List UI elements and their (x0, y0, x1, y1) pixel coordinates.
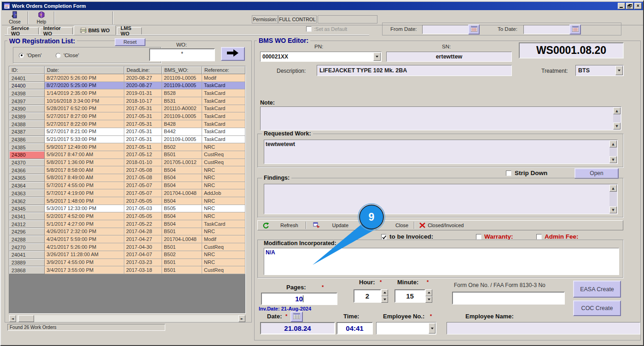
table-row[interactable]: 243625/5/2017 1:48:00 PM2017-05-05B504NR… (9, 197, 245, 205)
strip-down[interactable]: Strip Down (506, 170, 547, 176)
table-row[interactable]: 243865/21/2017 5:33:00 PM2017-05-3120110… (9, 136, 245, 144)
scroll-up-arrow-icon[interactable]: ▲ (613, 107, 621, 114)
table-row[interactable]: 243415/2/2017 4:52:00 PM2017-05-05B504NR… (9, 212, 245, 220)
requested-work-scrollbar[interactable]: ▲ ▼ (609, 141, 617, 163)
radio-open-circle[interactable] (19, 53, 24, 58)
table-row[interactable]: 243705/8/2017 1:36:00 PM2018-01-10201705… (9, 159, 245, 167)
table-hscrollbar[interactable]: ◄ ► (9, 315, 245, 322)
close-form-button[interactable]: Close (4, 11, 26, 25)
table-row[interactable]: 243635/7/2017 4:19:00 PM2017-05-07201704… (9, 189, 245, 197)
minute-spinner[interactable] (425, 289, 432, 303)
admin-fee-checkbox[interactable] (536, 234, 542, 240)
minimize-button[interactable] (618, 3, 625, 9)
hour-input[interactable]: 2 (354, 289, 381, 303)
radio-close[interactable]: 'Close' (56, 53, 79, 58)
column-header[interactable]: ID: (9, 66, 45, 74)
radio-open[interactable]: 'Open' (19, 53, 42, 58)
time-input[interactable]: 04:41 (337, 322, 373, 334)
spin-up-button[interactable] (381, 289, 388, 296)
scroll-right-arrow-icon[interactable]: ► (238, 315, 245, 322)
table-row[interactable]: 242964/26/2017 2:32:00 PM2017-04-28B501N… (9, 228, 245, 236)
table-row[interactable]: 243645/7/2017 4:55:00 PM2017-05-07B504NR… (9, 182, 245, 190)
table-row[interactable]: 242884/24/2017 5:59:00 PM2017-04-2720170… (9, 235, 245, 243)
employee-no-combobox[interactable] (376, 322, 436, 334)
open-button[interactable]: Open (574, 168, 619, 179)
to-be-invoiced[interactable]: to be Invoiced: (381, 233, 433, 240)
scroll-down-arrow-icon[interactable]: ▼ (613, 123, 621, 129)
refresh-button[interactable]: Refresh (280, 223, 298, 228)
spin-down-button[interactable] (425, 296, 432, 303)
findings-scrollbar[interactable]: ▲ ▼ (609, 185, 617, 213)
note-textarea[interactable]: ▲ ▼ (260, 106, 621, 130)
date-calendar-button[interactable] (290, 311, 303, 322)
easa-create-button[interactable]: EASA Create (573, 281, 621, 298)
wo-search-input[interactable]: * (149, 48, 215, 61)
set-as-default-checkbox[interactable] (306, 26, 312, 32)
warranty[interactable]: Warranty: (476, 233, 513, 240)
table-row[interactable]: 238893/9/2017 4:55:00 PM2017-03-23B501NR… (9, 259, 245, 267)
update-button[interactable]: Update (332, 223, 348, 228)
description-field[interactable]: LIFEJACKET TYPE 102 Mk. 2BA (317, 65, 512, 76)
scrollbar-thumb[interactable] (18, 315, 34, 322)
table-row[interactable]: 244018/27/2020 5:26:00 PM2020-08-2720110… (9, 74, 245, 82)
pn-combobox[interactable]: 000021XX (260, 52, 382, 62)
table-row[interactable]: 243655/8/2017 8:49:00 AM2017-05-08B504NR… (9, 174, 245, 182)
chevron-down-icon[interactable] (373, 53, 381, 61)
modification-textarea[interactable]: N/A (264, 248, 619, 275)
column-header[interactable]: DeadLine: (124, 66, 162, 74)
table-row[interactable]: 243875/27/2017 8:21:00 PM2017-05-31B442T… (9, 128, 245, 136)
scroll-up-arrow-icon[interactable]: ▲ (609, 185, 617, 192)
table-row[interactable]: 243981/14/2019 2:35:00 PM2019-01-31B528T… (9, 89, 245, 97)
restore-button[interactable] (626, 3, 633, 9)
table-row[interactable]: 240413/26/2017 11:28:00 AM2017-04-07B502… (9, 251, 245, 259)
table-row[interactable]: 243905/28/2017 6:52:00 PM2017-05-3120111… (9, 105, 245, 113)
sn-field[interactable]: ertewttew (386, 52, 512, 62)
set-as-default[interactable]: :Set as Default (306, 26, 347, 32)
table-row[interactable]: 243805/9/2017 8:47:00 AM2017-05-12B501Cu… (9, 151, 245, 159)
strip-down-checkbox[interactable] (506, 170, 511, 176)
scroll-up-arrow-icon[interactable]: ▲ (609, 141, 617, 147)
tab-service-wo[interactable]: Service WO (7, 27, 39, 35)
table-row[interactable]: 243895/27/2017 8:27:00 PM2017-05-3120110… (9, 112, 245, 120)
spin-up-button[interactable] (425, 289, 432, 296)
note-scrollbar[interactable]: ▲ ▼ (613, 107, 621, 129)
reset-button[interactable]: Reset (115, 38, 145, 46)
close-wo-button[interactable]: Close (395, 223, 408, 228)
from-date-calendar-button[interactable] (468, 24, 480, 35)
tab-interior-wo[interactable]: Interior WO (40, 27, 73, 35)
update-icon[interactable] (313, 222, 320, 229)
radio-close-circle[interactable] (56, 53, 61, 58)
tab-bms-wo[interactable]: BMS WO (74, 25, 116, 35)
red-x-icon[interactable] (419, 223, 425, 228)
column-header[interactable]: BMS_WO: (162, 66, 202, 74)
table-row[interactable]: 242704/21/2017 5:26:00 PM2017-04-30B501C… (9, 243, 245, 251)
table-row[interactable]: 244008/27/2020 5:25:00 PM2020-08-2720110… (9, 82, 245, 90)
table-row[interactable]: 243455/3/2017 12:33:00 PM2017-05-03B505N… (9, 205, 245, 213)
table-row[interactable]: 243125/1/2017 4:27:00 PM2017-05-22B504Ta… (9, 220, 245, 228)
pages-input[interactable]: 10 (261, 293, 337, 305)
table-row[interactable]: 243885/27/2017 8:22:00 PM2017-05-31B428T… (9, 120, 245, 128)
chevron-down-icon[interactable] (615, 66, 623, 75)
help-button[interactable]: ? Help (30, 11, 52, 25)
minute-input[interactable]: 15 (395, 289, 425, 303)
column-header[interactable]: Reference: (202, 66, 245, 74)
findings-textarea[interactable]: ▲ ▼ (264, 184, 618, 214)
date-input[interactable]: 21.08.24 (260, 322, 335, 334)
table-row[interactable]: 2439710/16/2018 3:34:00 PM2018-10-17B531… (9, 97, 245, 105)
hour-spinner[interactable] (381, 289, 388, 303)
to-be-invoiced-checkbox[interactable] (381, 234, 387, 240)
warranty-checkbox[interactable] (476, 234, 482, 240)
treatment-combobox[interactable]: BTS (575, 65, 624, 76)
table-row[interactable]: 238683/4/2017 3:55:00 PM2017-03-18B501Cu… (9, 266, 245, 274)
coc-create-button[interactable]: COC Create (573, 300, 621, 316)
column-header[interactable]: Date: (45, 66, 124, 74)
admin-fee[interactable]: Admin Fee: (536, 233, 579, 240)
table-row[interactable]: 243855/9/2017 12:49:00 PM2017-05-11B502N… (9, 143, 245, 151)
closed-invoiced-button[interactable]: Closed/Invoiced (428, 223, 464, 228)
scroll-down-arrow-icon[interactable]: ▼ (609, 206, 617, 213)
form-one-input[interactable] (452, 292, 565, 305)
close-window-button[interactable]: × (634, 3, 642, 9)
tab-lms-wo[interactable]: LMS WO (117, 27, 142, 35)
chevron-down-icon[interactable] (429, 323, 435, 334)
wo-go-button[interactable] (221, 47, 245, 61)
